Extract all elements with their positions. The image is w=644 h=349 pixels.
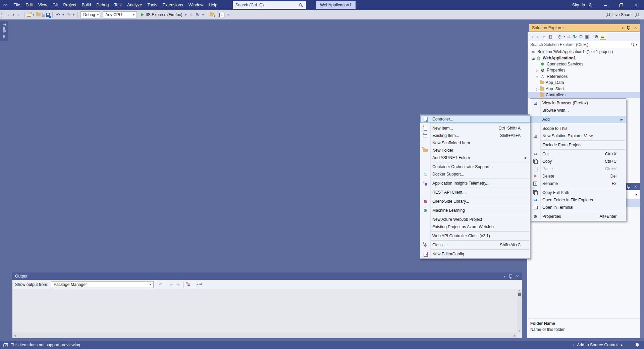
context-menu-item-exclude-from-project[interactable]: Exclude From Project <box>530 141 626 149</box>
chevron-down-icon[interactable]: ▾ <box>72 13 75 16</box>
nav-back-icon[interactable] <box>5 12 11 18</box>
feedback-person-icon[interactable] <box>635 13 639 17</box>
pin-icon[interactable] <box>508 274 514 279</box>
scroll-up-icon[interactable]: ▲ <box>518 289 521 292</box>
nav-forward-icon[interactable] <box>535 34 541 40</box>
context-menu-item-view-in-browser-firefox[interactable]: View in Browser (Firefox) <box>530 99 626 107</box>
add-submenu-item-web-api-controller-class-v2-1[interactable]: Web API Controller Class (v2.1) <box>420 232 530 240</box>
tree-item-properties[interactable]: Properties <box>528 67 640 73</box>
menu-analyze[interactable]: Analyze <box>124 0 145 10</box>
undo-icon[interactable] <box>55 12 61 18</box>
close-button[interactable]: × <box>629 0 644 10</box>
word-wrap-icon[interactable] <box>197 282 202 287</box>
output-horizontal-scrollbar[interactable]: ◀ ▶ <box>12 333 517 338</box>
context-menu-item-open-in-terminal[interactable]: Open in Terminal <box>530 204 626 211</box>
scroll-left-icon[interactable]: ◀ <box>14 334 16 337</box>
sync-icon[interactable] <box>566 34 572 40</box>
close-icon[interactable] <box>633 184 638 190</box>
start-debugging-button[interactable]: IIS Express (Firefox) <box>141 12 182 17</box>
context-menu-item-delete[interactable]: DeleteDel <box>530 172 626 180</box>
menu-project[interactable]: Project <box>61 0 79 10</box>
sync-active-document-icon[interactable] <box>578 34 584 40</box>
tree-item-connected-services[interactable]: Connected Services <box>528 61 640 67</box>
sign-in-button[interactable]: Sign in <box>572 3 598 7</box>
add-submenu-item-existing-item[interactable]: Existing Item...Shift+Alt+A <box>420 132 530 139</box>
expander-icon[interactable] <box>535 68 540 72</box>
switch-views-icon[interactable] <box>547 34 553 40</box>
add-submenu-item-docker-support[interactable]: Docker Support... <box>420 170 530 178</box>
menu-debug[interactable]: Debug <box>94 0 111 10</box>
solution-explorer-header[interactable]: Solution Explorer <box>529 24 640 32</box>
output-source-dropdown[interactable]: Package Manager ▾ <box>51 281 154 288</box>
add-submenu-item-controller[interactable]: Controller... <box>420 115 530 123</box>
chevron-down-icon[interactable]: ▾ <box>32 13 35 16</box>
close-icon[interactable] <box>515 273 520 279</box>
scrollbar-thumb[interactable] <box>518 293 521 296</box>
tree-item-app-data[interactable]: App_Data <box>528 80 640 86</box>
notifications-bell-icon[interactable] <box>635 343 639 347</box>
context-menu-item-add[interactable]: Add▶ <box>530 116 626 123</box>
save-icon[interactable] <box>42 13 45 17</box>
solution-configuration-dropdown[interactable]: Debug ▾ <box>80 11 100 18</box>
expander-icon[interactable] <box>531 56 536 60</box>
chevron-down-icon[interactable]: ▾ <box>12 13 15 16</box>
add-submenu-item-class[interactable]: Class...Shift+Alt+C <box>420 241 530 249</box>
tree-item-references[interactable]: References <box>528 73 640 80</box>
context-menu-item-scope-to-this[interactable]: Scope to This <box>530 125 626 132</box>
refresh-icon[interactable] <box>195 12 201 18</box>
quick-search-input[interactable]: Search (Ctrl+Q) <box>233 1 306 9</box>
nav-back-icon[interactable] <box>529 34 535 40</box>
clear-all-icon[interactable] <box>186 282 192 287</box>
drag-handle[interactable] <box>1 12 3 18</box>
tree-item-controllers[interactable]: Controllers <box>528 92 640 98</box>
refresh-icon[interactable] <box>572 34 578 40</box>
nav-forward-icon[interactable] <box>16 12 22 18</box>
expander-icon[interactable] <box>535 87 540 91</box>
home-icon[interactable] <box>541 34 547 40</box>
output-panel-header[interactable]: Output <box>12 272 522 280</box>
solution-explorer-search-input[interactable]: Search Solution Explorer (Ctrl+;) ▾ <box>528 41 640 48</box>
pin-icon[interactable] <box>627 185 632 189</box>
add-submenu-item-new-scaffolded-item[interactable]: New Scaffolded Item... <box>420 139 530 147</box>
minimize-button[interactable]: – <box>598 0 613 10</box>
scroll-down-icon[interactable]: ▼ <box>518 330 521 333</box>
menu-file[interactable]: File <box>11 0 23 10</box>
output-content[interactable] <box>12 289 517 333</box>
scroll-right-icon[interactable]: ▶ <box>514 334 516 337</box>
add-submenu-item-new-azure-webjob-project[interactable]: New Azure WebJob Project <box>420 216 530 223</box>
redo-icon[interactable] <box>66 12 71 18</box>
add-submenu-item-rest-api-client[interactable]: REST API Client... <box>420 189 530 196</box>
solution-platform-dropdown[interactable]: Any CPU ▾ <box>103 11 137 18</box>
add-submenu-item-machine-learning[interactable]: Machine Learning <box>420 207 530 214</box>
web-browser-icon[interactable] <box>219 13 224 17</box>
live-share-button[interactable]: Live Share <box>606 12 632 17</box>
context-menu-item-copy[interactable]: CopyCtrl+C <box>530 158 626 165</box>
menu-view[interactable]: View <box>36 0 50 10</box>
close-icon[interactable] <box>633 25 638 31</box>
add-submenu-item-existing-project-as-azure-webjob[interactable]: Existing Project as Azure WebJob <box>420 223 530 231</box>
chevron-down-icon[interactable]: ▾ <box>563 35 566 38</box>
indent-icon[interactable] <box>175 282 181 287</box>
restore-button[interactable] <box>613 0 629 10</box>
tree-item-solution-webapplication1-1-of-1-project[interactable]: Solution 'WebApplication1' (1 of 1 proje… <box>528 49 640 55</box>
tree-item-app-start[interactable]: App_Start <box>528 86 640 92</box>
add-submenu-item-application-insights-telemetry[interactable]: Application Insights Telemetry... <box>420 180 530 187</box>
hot-reload-icon[interactable] <box>188 12 194 18</box>
add-submenu-item-add-asp-net-folder[interactable]: Add ASP.NET Folder▶ <box>420 154 530 161</box>
menu-help[interactable]: Help <box>206 0 220 10</box>
context-menu-item-new-solution-explorer-view[interactable]: New Solution Explorer View <box>530 132 626 140</box>
chevron-down-icon[interactable]: ▾ <box>62 13 65 16</box>
show-all-files-icon[interactable] <box>600 34 606 40</box>
chevron-down-icon[interactable]: ▾ <box>184 13 187 16</box>
window-position-icon[interactable] <box>502 273 507 279</box>
context-menu-item-open-folder-in-file-explorer[interactable]: Open Folder in File Explorer <box>530 196 626 204</box>
add-submenu-item-new-folder[interactable]: New Folder <box>420 147 530 154</box>
output-vertical-scrollbar[interactable]: ▲ ▼ <box>517 289 522 333</box>
menu-edit[interactable]: Edit <box>23 0 36 10</box>
context-menu-item-copy-full-path[interactable]: Copy Full Path <box>530 189 626 196</box>
outdent-icon[interactable] <box>168 282 174 287</box>
chevron-down-icon[interactable]: ▾ <box>202 13 205 16</box>
undo-gray-icon[interactable] <box>158 282 163 287</box>
pending-changes-filter-icon[interactable] <box>557 34 562 40</box>
add-submenu-item-container-orchestrator-support[interactable]: Container Orchestrator Support... <box>420 163 530 170</box>
